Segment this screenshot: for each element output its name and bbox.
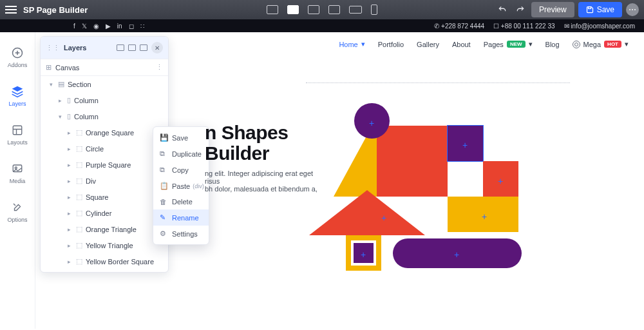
pencil-icon: ✎ (160, 213, 167, 222)
menu-pages[interactable]: PagesNEW▾ (484, 40, 533, 48)
chevron-down-icon: ▾ (529, 40, 533, 48)
layer-circle[interactable]: ▸⬚Circle (41, 141, 168, 157)
linkedin-icon[interactable]: in (117, 23, 122, 30)
layer-section[interactable]: ▾ ▤ Section (41, 76, 168, 92)
shape-icon: ⬚ (76, 209, 82, 217)
device-tablet-portrait-icon[interactable] (328, 5, 340, 14)
layer-orange-triangle[interactable]: ▸⬚Orange Triangle (41, 221, 168, 237)
hero-heading: n ShapesBuilder (205, 122, 327, 164)
mega-icon (573, 41, 580, 48)
device-tablet-landscape-icon[interactable] (308, 5, 319, 14)
chevron-right-icon: ▸ (59, 97, 64, 104)
shape-icon: ⬚ (76, 193, 82, 201)
ctx-delete[interactable]: 🗑Delete (153, 194, 209, 209)
ctx-rename[interactable]: ✎Rename (153, 209, 209, 226)
shape-purple-square[interactable] (448, 126, 483, 161)
dock-right-icon[interactable] (140, 44, 147, 51)
device-phone-landscape-icon[interactable] (349, 6, 362, 14)
shape-orange-square[interactable] (448, 197, 518, 232)
shape-red-triangle[interactable] (309, 190, 425, 235)
shape-icon: ⬚ (76, 225, 82, 233)
tool-media[interactable]: Media (0, 159, 35, 188)
layers-panel: ⋮⋮ Layers ✕ ⊞Canvas ⋮ ▾ ▤ Section ▸ ▯ Co… (40, 36, 169, 273)
layer-yellow-border-square[interactable]: ▸⬚Yellow Border Square (41, 253, 168, 272)
layer-cylinder[interactable]: ▸⬚Cylinder (41, 205, 168, 221)
menu-blog[interactable]: Blog (545, 41, 560, 48)
preview-button[interactable]: Preview (531, 2, 574, 17)
tool-addons[interactable]: Addons (0, 43, 35, 72)
shape-circle[interactable] (354, 103, 390, 139)
layer-orange-square[interactable]: ▸⬚Orange Square (41, 124, 168, 141)
ctx-copy[interactable]: ⧉Copy (153, 162, 209, 178)
menu-gallery[interactable]: Gallery (417, 41, 439, 48)
shape-icon: ⬚ (76, 257, 82, 266)
youtube-icon[interactable]: ▶ (106, 23, 111, 30)
save-icon: 💾 (160, 133, 167, 142)
ctx-paste[interactable]: 📋Paste(div) (153, 178, 209, 194)
menu-icon[interactable] (5, 6, 17, 14)
dock-center-icon[interactable] (128, 44, 136, 51)
layer-yellow-triangle[interactable]: ▸⬚Yellow Triangle (41, 237, 168, 253)
shape-inner-purple (354, 243, 374, 263)
flickr-icon[interactable]: ∷ (140, 23, 144, 30)
svg-point-4 (15, 167, 17, 169)
device-preview-bar (267, 5, 377, 15)
hot-badge: HOT (604, 41, 621, 48)
shape-big-red[interactable] (377, 126, 448, 197)
hero-paragraph: ng elit. Integer adipiscing erat eget ri… (205, 170, 327, 193)
app-title: SP Page Builder (23, 5, 88, 15)
shape-icon: ⬚ (76, 177, 82, 185)
redo-icon[interactable] (513, 3, 527, 17)
copy-icon: ⧉ (160, 166, 167, 174)
layer-div[interactable]: ▸⬚Div (41, 173, 168, 189)
kebab-icon[interactable]: ⋮ (156, 63, 163, 72)
layers-icon (11, 85, 24, 98)
layers-panel-title: Layers (64, 44, 86, 52)
layer-column-2[interactable]: ▾ ▯ Column (41, 108, 168, 124)
layer-purple-square[interactable]: ▸⬚Purple Square (41, 157, 168, 173)
layer-column-1[interactable]: ▸ ▯ Column (41, 92, 168, 108)
menu-portfolio[interactable]: Portfolio (378, 41, 404, 48)
device-desktop-1-icon[interactable] (267, 5, 278, 14)
shape-icon: ⬚ (76, 160, 82, 169)
contact-email: ✉ info@joomshaper.com (564, 23, 635, 30)
layer-canvas[interactable]: ⊞Canvas ⋮ (41, 59, 168, 76)
save-icon (586, 6, 594, 14)
more-menu-icon[interactable]: ⋯ (626, 3, 639, 16)
layer-square[interactable]: ▸⬚Square (41, 189, 168, 205)
media-icon (11, 162, 24, 175)
trash-icon: 🗑 (160, 198, 167, 206)
menu-about[interactable]: About (452, 41, 471, 48)
twitter-icon[interactable]: 𝕏 (82, 23, 87, 30)
ctx-duplicate[interactable]: ⧉Duplicate (153, 146, 209, 162)
facebook-icon[interactable]: f (73, 23, 75, 30)
device-desktop-2-icon[interactable] (287, 5, 299, 14)
chevron-down-icon: ▾ (59, 113, 64, 120)
ctx-save[interactable]: 💾Save (153, 130, 209, 146)
shape-red-square[interactable] (483, 161, 518, 197)
svg-rect-0 (588, 7, 591, 9)
undo-icon[interactable] (495, 3, 509, 17)
tool-layouts[interactable]: Layouts (0, 120, 35, 150)
section-icon: ▤ (58, 80, 64, 88)
dock-left-icon[interactable] (117, 44, 124, 51)
close-icon[interactable]: ✕ (151, 42, 163, 53)
menu-mega[interactable]: MegaHOT▾ (573, 40, 629, 48)
canvas-icon: ⊞ (46, 63, 52, 72)
social-icons: f 𝕏 ◉ ▶ in ◻ ∷ (73, 23, 144, 30)
device-phone-portrait-icon[interactable] (371, 5, 377, 15)
pinterest-icon[interactable]: ◉ (93, 23, 99, 30)
shape-yellow-border-square[interactable] (346, 235, 381, 271)
site-info-bar: f 𝕏 ◉ ▶ in ◻ ∷ ✆ +228 872 4444 ☐ +88 00 … (0, 19, 644, 32)
tool-options[interactable]: Options (0, 197, 35, 227)
tools-icon (11, 201, 24, 214)
menu-home[interactable]: Home▾ (339, 40, 365, 48)
save-button[interactable]: Save (578, 2, 622, 17)
ctx-settings[interactable]: ⚙Settings (153, 226, 209, 242)
layers-panel-header[interactable]: ⋮⋮ Layers ✕ (41, 37, 168, 59)
drag-handle-icon[interactable]: ⋮⋮ (46, 44, 60, 52)
instagram-icon[interactable]: ◻ (129, 23, 134, 30)
shape-cylinder[interactable] (393, 238, 522, 268)
canvas-shapes[interactable]: + + + + + + + (322, 100, 528, 280)
tool-layers[interactable]: Layers (0, 81, 35, 111)
